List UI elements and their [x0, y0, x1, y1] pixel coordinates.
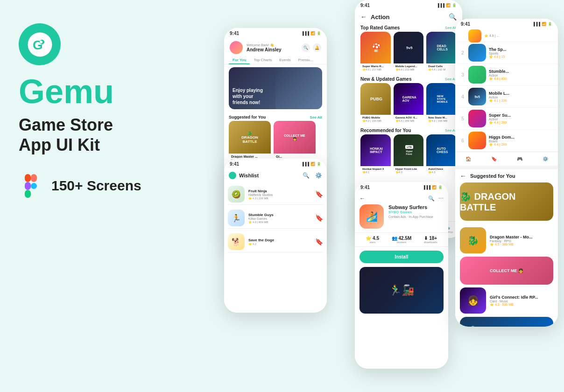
status-bar-3: 9:41 ▐▐▐ 📶 🔋	[224, 159, 327, 169]
action-topbar: ← Action 🔍	[355, 10, 462, 23]
banner-decoration	[275, 67, 322, 109]
reviews-val: 👥 42.5M	[392, 236, 412, 241]
wishlist-games: 🥝 Fruit Ninja Halfbrick Studios ⭐ 4.3 | …	[224, 182, 327, 254]
rank-item-2[interactable]: 2 The Sp... Sports ⭐ 4.6 | 15	[455, 42, 558, 64]
dragon-banner[interactable]: 🐉 DRAGON BATTLE	[460, 182, 553, 221]
game-mario[interactable]: 🍄 Super Mario R... ⭐4.0 | 157 MB	[360, 32, 391, 72]
status-bar-5: 9:41 ▐▐▐ 📶 🔋	[455, 19, 558, 29]
rank-item-5[interactable]: 5 Super Su... Action ⭐ 4.4 | 289	[455, 108, 558, 130]
game-dc[interactable]: DEADCELLS Dead Cells ⭐4.8 | 192 M	[426, 32, 457, 72]
reviews-lbl: reviews	[392, 241, 412, 244]
rank-thumb-4: 5v5	[468, 88, 486, 105]
game-newstate[interactable]: NEWSTATEMOBILE New State M... ⭐4.6 | 106…	[426, 83, 457, 123]
suggested-see-all[interactable]: See All	[310, 115, 322, 119]
game-honkai[interactable]: HONKAIIMPACT Honkai Impact 3 ⭐4.1	[360, 134, 391, 175]
hero-banner: Enjoy playingwith yourfriends now!	[229, 67, 322, 109]
girls-banner[interactable]: COLLECT ME 👧	[460, 257, 553, 285]
nav-tabs: For You Top Charts Events Premiu...	[224, 56, 327, 64]
back-arrow-detail[interactable]: ←	[360, 195, 365, 202]
game-card-dragon[interactable]: 🐉DRAGONBATTLE Dragon Master ... Fantasy …	[229, 121, 271, 163]
search-icon-btn[interactable]: 🔍	[302, 43, 310, 52]
game-stats: ⭐ 4.5 stars 👥 42.5M reviews ⬇ 18+ downlo…	[355, 232, 448, 247]
downloads-val: ⬇ 18+	[424, 236, 437, 241]
time-1: 9:41	[230, 31, 239, 36]
honkai-label: Honkai Impact 3 ⭐4.1	[360, 166, 391, 175]
p1-header: Welcome Back! 👋 Andrew Ainsley 🔍 🔔	[224, 38, 327, 56]
new-updated-label: New & Updated Games	[360, 77, 411, 82]
phone-rankings: 9:41 ▐▐▐ 📶 🔋 ⭐ 4.9 | ... 2 The Sp...	[455, 19, 558, 327]
mario-label: Super Mario R... ⭐4.0 | 157 MB	[360, 63, 391, 72]
status-bar-4: 9:41 ▐▐▐ 📶 🔋	[355, 182, 448, 192]
top-rated-see-all[interactable]: See All	[445, 26, 457, 30]
recommended-games: HONKAIIMPACT Honkai Impact 3 ⭐4.1 LITE H…	[355, 134, 462, 175]
sd-info: Save the Doge ⭐ 4.2	[248, 238, 311, 245]
install-button[interactable]: Install	[360, 251, 444, 263]
username: Andrew Ainsley	[247, 47, 298, 52]
signal-icon: ▐▐▐	[301, 31, 309, 35]
search-icon-detail[interactable]: 🔍	[428, 196, 435, 202]
rank-nav-wl[interactable]: 🔖	[491, 156, 497, 161]
game-card-girl[interactable]: COLLECT ME👧 Gi... Car... · ⭐4	[274, 121, 316, 163]
rank-nav-set[interactable]: ⚙️	[543, 156, 548, 161]
back-arrow[interactable]: ←	[360, 13, 367, 21]
dragon-sugg-genre: Fantasy · RPG	[490, 239, 553, 243]
tab-premium[interactable]: Premiu...	[295, 56, 317, 64]
tab-top-charts[interactable]: Top Charts	[250, 56, 275, 64]
dragon-name: Dragon Master ...	[231, 155, 268, 158]
rank-item-1: ⭐ 4.9 | ...	[455, 29, 558, 42]
rank-name-6: Higgs Dom...	[489, 135, 553, 140]
sg-bookmark[interactable]: 🔖	[315, 214, 323, 222]
battery-icon-5: 🔋	[548, 22, 552, 26]
suggested-back[interactable]: ←	[460, 172, 466, 180]
wishlist-item-sd[interactable]: 🐕 Save the Doge ⭐ 4.2 🔖	[228, 231, 323, 252]
wishlist-item-sg[interactable]: 🏃 Stumble Guys Kitka Games ⭐ 4.0 | 809 M…	[228, 208, 323, 229]
bubble-banner[interactable]: 🫧 BUBBLE HUNTER ORIGIN	[460, 317, 553, 327]
game-ml[interactable]: 5v5 Mobile Legend... ⭐4.6 | 210 MB	[394, 32, 424, 72]
fn-name: Fruit Ninja	[248, 189, 311, 193]
tab-events[interactable]: Events	[275, 56, 294, 64]
suggested-item-dragon[interactable]: 🐉 Dragon Master - Mo... Fantasy · RPG ⭐ …	[455, 224, 558, 257]
svg-rect-7	[25, 190, 31, 198]
filter-icon-wl[interactable]: ⚙️	[315, 172, 322, 179]
share-icon-detail[interactable]: ⋯	[438, 196, 444, 202]
sd-bookmark[interactable]: 🔖	[315, 238, 323, 245]
recommended-label: Recommended for You	[360, 128, 411, 133]
wishlist-item-fn[interactable]: 🥝 Fruit Ninja Halfbrick Studios ⭐ 4.3 | …	[228, 184, 323, 205]
rank-stars-5: ⭐ 4.4 | 289	[489, 121, 553, 125]
rank-info-top: ⭐ 4.9 | ...	[484, 34, 553, 38]
sg-info: Stumble Guys Kitka Games ⭐ 4.0 | 809 MB	[248, 213, 311, 224]
rank-item-6[interactable]: 6 Higgs Dom... Board ⭐ 4.4 | 289	[455, 130, 558, 152]
greeting-text: Welcome Back! 👋	[247, 43, 298, 47]
rank-thumb-5	[468, 110, 486, 127]
suggested-item-girls[interactable]: 👧 Girl's Connect: Idle RP... Card · Musi…	[455, 285, 558, 317]
game-hfl[interactable]: LITE HyperFront Hyper Front Lite ⭐4.2	[394, 134, 424, 175]
rank-item-4[interactable]: 4 5v5 Mobile L... Action ⭐ 4.1 | 106	[455, 86, 558, 108]
game-pubg[interactable]: PUBG PUBG Mobile ⭐4.2 | 194 MB	[360, 83, 391, 123]
mario-img: 🍄	[360, 32, 391, 63]
rank-info-4: Mobile L... Action ⭐ 4.1 | 106	[489, 91, 553, 103]
rank-nav-home[interactable]: 🏠	[465, 156, 471, 161]
stat-reviews: 👥 42.5M reviews	[392, 236, 412, 244]
game-autochess[interactable]: AUTOCHESS AutoChess ⭐4.3	[426, 134, 457, 175]
hfl-stars: ⭐4.2	[395, 170, 422, 174]
fn-info: Fruit Ninja Halfbrick Studios ⭐ 4.3 | 22…	[248, 189, 311, 200]
game-aov[interactable]: GARENAAOV Garena AOV: 6... ⭐4.5 | 289 MB	[394, 83, 424, 123]
ml-label: Mobile Legend... ⭐4.6 | 210 MB	[394, 63, 424, 72]
search-icon-wl[interactable]: 🔍	[303, 172, 310, 179]
rank-num-2: 2	[460, 50, 465, 56]
sd-meta: ⭐ 4.2	[248, 242, 311, 245]
rank-nav-mg[interactable]: 🎮	[517, 156, 522, 161]
signal-icon-4: ▐▐▐	[423, 185, 430, 189]
rank-item-3[interactable]: 3 Stumble... Action ⭐ 4.8 | 800	[455, 64, 558, 86]
status-icons-3: ▐▐▐ 📶 🔋	[301, 162, 321, 166]
suggested-topbar: ← Suggested for You	[455, 169, 558, 182]
game-screenshot: 🏃‍♂️🚂	[360, 267, 444, 314]
rank-stars-6: ⭐ 4.4 | 289	[489, 143, 553, 147]
status-icons-2: ▐▐▐ 📶 🔋	[437, 3, 457, 7]
fn-bookmark[interactable]: 🔖	[315, 190, 323, 198]
tab-for-you[interactable]: For You	[229, 56, 250, 64]
search-icon-action[interactable]: 🔍	[449, 13, 457, 21]
battery-icon-4: 🔋	[438, 185, 443, 189]
stars-val: ⭐ 4.5	[366, 236, 379, 241]
bell-icon-btn[interactable]: 🔔	[313, 43, 321, 52]
